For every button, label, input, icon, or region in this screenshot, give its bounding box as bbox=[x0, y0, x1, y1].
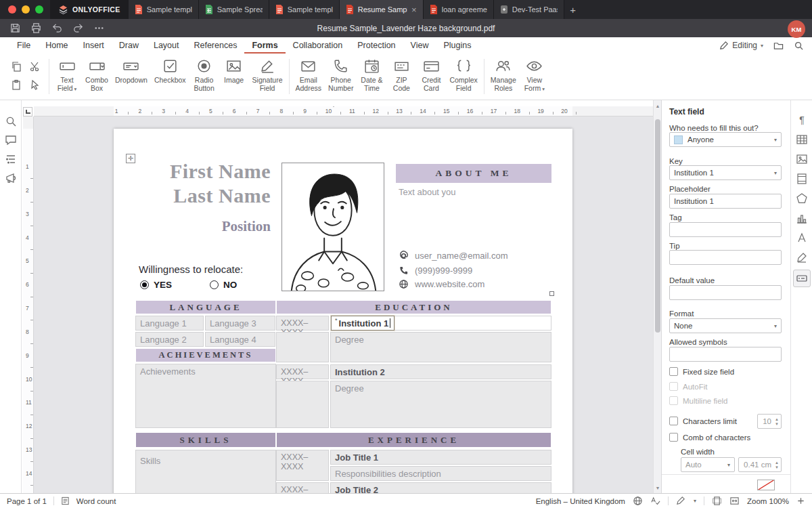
navigation-icon[interactable] bbox=[5, 153, 17, 165]
onlyoffice-main-button[interactable]: ONLYOFFICE bbox=[50, 0, 129, 19]
empty-dates-cell[interactable] bbox=[276, 381, 329, 428]
horizontal-ruler[interactable]: 1234567891011121314151617181920 bbox=[34, 106, 653, 117]
toolbar-checkbox-button[interactable]: Checkbox bbox=[151, 54, 189, 92]
signature-settings-icon[interactable] bbox=[796, 251, 808, 263]
edu2-degree-field[interactable]: Degree bbox=[330, 381, 551, 428]
paste-icon[interactable] bbox=[8, 77, 24, 93]
fixed-size-checkbox[interactable]: Fixed size field bbox=[669, 367, 734, 376]
tab-draw[interactable]: Draw bbox=[112, 37, 146, 54]
word-count-label[interactable]: Word count bbox=[76, 497, 116, 505]
language4-field[interactable]: Language 4 bbox=[205, 332, 275, 347]
user-avatar[interactable]: KM bbox=[788, 20, 805, 38]
tab-collaboration[interactable]: Collaboration bbox=[286, 37, 351, 54]
tab-protection[interactable]: Protection bbox=[350, 37, 403, 54]
photo-placeholder[interactable] bbox=[281, 163, 384, 291]
form-settings-icon-active[interactable] bbox=[793, 270, 811, 287]
text-art-settings-icon[interactable] bbox=[796, 232, 808, 244]
search-icon[interactable] bbox=[5, 115, 17, 127]
exp1-description-field[interactable]: Responsibilities description bbox=[330, 466, 551, 481]
toolbar-zip-code-button[interactable]: ZIPCode bbox=[386, 54, 416, 92]
toolbar-radio-button[interactable]: RadioButton bbox=[189, 54, 219, 92]
edu1-dates-field[interactable]: XXXX–XXXX bbox=[276, 316, 329, 331]
institution1-field-selected[interactable]: * Institution 1 bbox=[331, 316, 394, 331]
exp2-dates-field[interactable]: XXXX–XXXX bbox=[276, 482, 329, 493]
tip-input[interactable] bbox=[669, 250, 782, 265]
tab-stop-selector[interactable] bbox=[23, 107, 32, 117]
cell-width-spinner[interactable]: 0.41 cm ▲▼ bbox=[738, 457, 782, 472]
document-tab-1[interactable]: Sample templa... bbox=[129, 0, 199, 19]
tab-home[interactable]: Home bbox=[38, 37, 75, 54]
role-select[interactable]: Anyone ▾ bbox=[669, 132, 782, 147]
skills-field[interactable]: Skills bbox=[135, 450, 276, 493]
spinner-arrows-icon[interactable]: ▲▼ bbox=[775, 417, 779, 427]
comments-icon[interactable] bbox=[5, 134, 17, 146]
scrollbar-thumb[interactable] bbox=[655, 119, 660, 333]
toolbar-credit-card-button[interactable]: CreditCard bbox=[416, 54, 446, 92]
document-canvas[interactable]: ✛ First Name Last Name Position bbox=[34, 117, 653, 493]
minimize-window-button[interactable] bbox=[22, 5, 30, 14]
tab-forms[interactable]: Forms bbox=[244, 37, 285, 54]
document-tab-resume-active[interactable]: Resume Sampl... × bbox=[340, 0, 424, 19]
website-row[interactable]: www.website.com bbox=[399, 279, 484, 289]
toolbar-date-time-button[interactable]: Date &Time bbox=[357, 54, 386, 92]
exp1-dates-field[interactable]: XXXX–XXXX bbox=[276, 450, 329, 481]
zoom-level[interactable]: Zoom 100% bbox=[747, 497, 789, 505]
ink-annotation-icon[interactable] bbox=[676, 496, 686, 506]
toolbar-view-form-button[interactable]: ViewForm▾ bbox=[520, 54, 549, 92]
exp1-title-field[interactable]: Job Title 1 bbox=[330, 450, 551, 465]
toolbar-manage-roles-button[interactable]: ManageRoles bbox=[487, 54, 520, 92]
radio-yes[interactable]: YES bbox=[140, 280, 172, 290]
search-icon[interactable] bbox=[794, 41, 804, 51]
table-move-handle-icon[interactable]: ✛ bbox=[126, 154, 135, 163]
vertical-scrollbar[interactable]: ▲ ▼ bbox=[653, 100, 661, 493]
position-field[interactable]: Position bbox=[141, 218, 271, 235]
tab-plugins[interactable]: Plugins bbox=[436, 37, 478, 54]
print-icon[interactable] bbox=[30, 22, 42, 34]
toolbar-signature-field-button[interactable]: SignatureField bbox=[249, 54, 286, 92]
characters-limit-spinner[interactable]: 10 ▲▼ bbox=[757, 414, 782, 429]
language-selector[interactable]: English – United Kingdom bbox=[536, 497, 625, 505]
placeholder-input[interactable]: Institution 1 bbox=[669, 194, 782, 209]
first-name-field[interactable]: First Name bbox=[141, 160, 271, 183]
edu2-institution-field[interactable]: Institution 2 bbox=[330, 364, 551, 379]
open-file-location-icon[interactable] bbox=[773, 41, 784, 51]
save-icon[interactable] bbox=[9, 22, 21, 34]
language2-field[interactable]: Language 2 bbox=[135, 332, 204, 347]
tag-input[interactable] bbox=[669, 222, 782, 237]
undo-icon[interactable] bbox=[51, 22, 63, 34]
tab-view[interactable]: View bbox=[403, 37, 436, 54]
resize-handle[interactable] bbox=[549, 291, 554, 296]
new-tab-button[interactable]: + bbox=[564, 0, 582, 19]
radio-no[interactable]: NO bbox=[210, 280, 237, 290]
cut-icon[interactable] bbox=[26, 58, 43, 75]
format-select[interactable]: None ▾ bbox=[669, 318, 782, 333]
about-text-field[interactable]: Text about you bbox=[399, 187, 456, 197]
select-icon[interactable] bbox=[26, 77, 43, 93]
spinner-arrows-icon[interactable]: ▲▼ bbox=[775, 461, 779, 470]
close-window-button[interactable] bbox=[8, 5, 16, 14]
image-settings-icon[interactable] bbox=[796, 153, 808, 165]
comb-of-characters-checkbox[interactable]: Comb of characters bbox=[669, 433, 750, 442]
toolbar-email-address-button[interactable]: EmailAddress bbox=[292, 54, 325, 92]
editing-mode-button[interactable]: Editing ▾ bbox=[719, 41, 763, 51]
document-tab-3[interactable]: Sample templa... bbox=[269, 0, 340, 19]
page-indicator[interactable]: Page 1 of 1 bbox=[7, 497, 47, 505]
toolbar-combo-box-button[interactable]: ComboBox bbox=[82, 54, 112, 92]
toolbar-complex-field-button[interactable]: ComplexField bbox=[446, 54, 480, 92]
feedback-icon[interactable] bbox=[5, 172, 17, 184]
close-tab-icon[interactable]: × bbox=[411, 5, 417, 14]
toolbar-dropdown-button[interactable]: Dropdown bbox=[112, 54, 151, 92]
multiline-checkbox[interactable]: Multiline field bbox=[669, 396, 727, 405]
key-select[interactable]: Institution 1 ▾ bbox=[669, 165, 782, 180]
achievements-field[interactable]: Achievements bbox=[135, 364, 276, 428]
fit-width-icon[interactable] bbox=[729, 496, 740, 506]
chevron-down-icon[interactable]: ▾ bbox=[694, 498, 696, 504]
edu2-dates-field[interactable]: XXXX–XXXX bbox=[276, 364, 329, 379]
paragraph-settings-icon[interactable]: ¶ bbox=[796, 114, 808, 126]
document-tab-2[interactable]: Sample Spread... bbox=[199, 0, 269, 19]
shape-settings-icon[interactable] bbox=[796, 192, 808, 205]
language3-field[interactable]: Language 3 bbox=[205, 316, 275, 331]
autofit-checkbox[interactable]: AutoFit bbox=[669, 382, 707, 391]
header-footer-settings-icon[interactable] bbox=[796, 173, 808, 185]
email-row[interactable]: user_name@email.com bbox=[399, 251, 508, 261]
